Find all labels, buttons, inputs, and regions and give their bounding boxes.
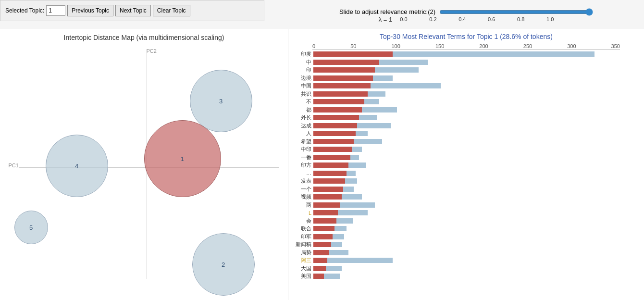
pc2-label: PC2 [147, 48, 157, 54]
bar-label-27: 大国 [293, 265, 311, 272]
slider-panel: Slide to adjust relevance metric:(2) λ =… [303, 0, 630, 29]
bar-container-3 [313, 75, 621, 81]
bars-container: 印度中印边境中国共识不都外长达成人希望中印一番印方…发表一个视频两L会联合印军新… [293, 50, 639, 280]
bar-container-26 [313, 257, 621, 263]
bar-container-0 [313, 51, 621, 57]
bar-row-17: 一个 [293, 186, 639, 193]
bar-label-0: 印度 [293, 50, 311, 58]
relevance-slider[interactable] [439, 8, 593, 16]
red-bar-15 [313, 171, 347, 176]
clear-topic-button[interactable]: Clear Topic [153, 5, 190, 16]
bar-label-9: 达成 [293, 122, 311, 129]
bar-row-1: 中 [293, 59, 639, 66]
bar-row-9: 达成 [293, 122, 639, 129]
lambda-label: λ = 1 [379, 16, 393, 23]
red-bar-1 [313, 60, 379, 65]
red-bar-3 [313, 75, 373, 81]
bar-label-10: 人 [293, 130, 311, 137]
main-area: Intertopic Distance Map (via multidimens… [0, 29, 644, 300]
bar-label-22: 联合 [293, 225, 311, 232]
bar-label-6: 不 [293, 98, 311, 105]
bar-label-24: 新闻稿 [293, 241, 311, 248]
red-bar-21 [313, 218, 336, 224]
red-bar-19 [313, 202, 340, 208]
slider-label: Slide to adjust relevance metric:(2) [339, 8, 435, 15]
bar-container-4 [313, 83, 621, 89]
bar-label-7: 都 [293, 106, 311, 113]
bar-container-16 [313, 178, 621, 184]
bar-row-14: 印方 [293, 162, 639, 169]
red-bar-27 [313, 266, 326, 271]
bar-label-4: 中国 [293, 82, 311, 89]
slider-ticks: 0.00.20.40.60.81.0 [400, 16, 554, 22]
bar-label-8: 外长 [293, 114, 311, 121]
next-topic-button[interactable]: Next Topic [115, 5, 151, 16]
topic-bubble-5[interactable]: 5 [14, 211, 48, 244]
bar-row-28: 美国 [293, 273, 639, 280]
bar-row-18: 视频 [293, 193, 639, 200]
red-bar-11 [313, 139, 354, 144]
bar-container-14 [313, 162, 621, 168]
bar-container-10 [313, 130, 621, 137]
bar-label-1: 中 [293, 59, 311, 66]
red-bar-26 [313, 258, 327, 263]
bar-container-23 [313, 234, 621, 240]
selected-topic-label: Selected Topic: [5, 7, 44, 14]
bar-row-19: 两 [293, 201, 639, 209]
bar-container-1 [313, 59, 621, 65]
bar-container-12 [313, 146, 621, 152]
red-bar-0 [313, 51, 393, 57]
red-bar-8 [313, 115, 359, 120]
bubble-label-1: 1 [181, 155, 184, 162]
bubble-label-4: 4 [75, 162, 78, 170]
bar-label-15: … [293, 170, 311, 176]
bar-row-26: 阿三 [293, 257, 639, 264]
red-bar-2 [313, 67, 375, 73]
bar-container-21 [313, 218, 621, 224]
bar-container-7 [313, 107, 621, 113]
bar-row-15: … [293, 170, 639, 177]
red-bar-7 [313, 107, 362, 112]
red-bar-18 [313, 194, 342, 200]
red-bar-6 [313, 99, 364, 104]
bar-container-15 [313, 170, 621, 176]
chart-title: Top-30 Most Relevant Terms for Topic 1 (… [288, 29, 644, 41]
topic-bubble-1[interactable]: 1 [144, 120, 221, 197]
topic-number-input[interactable] [46, 5, 65, 16]
bar-container-9 [313, 123, 621, 129]
bar-container-27 [313, 265, 621, 272]
bar-container-19 [313, 202, 621, 208]
bar-row-6: 不 [293, 98, 639, 105]
bar-row-0: 印度 [293, 50, 639, 58]
bar-container-6 [313, 99, 621, 105]
x-axis-line [312, 49, 620, 50]
bar-row-7: 都 [293, 106, 639, 113]
bubble-label-3: 3 [219, 98, 223, 105]
bar-row-10: 人 [293, 130, 639, 137]
bar-row-8: 外长 [293, 114, 639, 121]
bar-chart: 050100150200250300350 印度中印边境中国共识不都外长达成人希… [293, 43, 639, 280]
red-bar-9 [313, 123, 357, 128]
topic-bubble-4[interactable]: 4 [46, 135, 108, 197]
bar-row-16: 发表 [293, 177, 639, 185]
bar-container-25 [313, 250, 621, 256]
bar-label-19: 两 [293, 201, 311, 209]
x-axis-labels: 050100150200250300350 [312, 43, 620, 49]
topic-bubble-2[interactable]: 2 [192, 233, 255, 296]
bar-row-5: 共识 [293, 90, 639, 98]
bar-label-16: 发表 [293, 177, 311, 185]
bar-label-17: 一个 [293, 186, 311, 193]
bar-row-22: 联合 [293, 225, 639, 232]
bar-container-20 [313, 210, 621, 216]
bar-label-12: 中印 [293, 146, 311, 153]
bar-container-13 [313, 154, 621, 161]
bar-row-12: 中印 [293, 146, 639, 153]
red-bar-25 [313, 250, 329, 255]
topic-bubble-3[interactable]: 3 [190, 70, 252, 132]
red-bar-24 [313, 242, 331, 247]
previous-topic-button[interactable]: Previous Topic [67, 5, 113, 16]
bar-row-24: 新闻稿 [293, 241, 639, 248]
red-bar-13 [313, 155, 350, 160]
top-controls-panel: Selected Topic: Previous Topic Next Topi… [0, 0, 264, 21]
bar-label-25: 局势 [293, 249, 311, 256]
